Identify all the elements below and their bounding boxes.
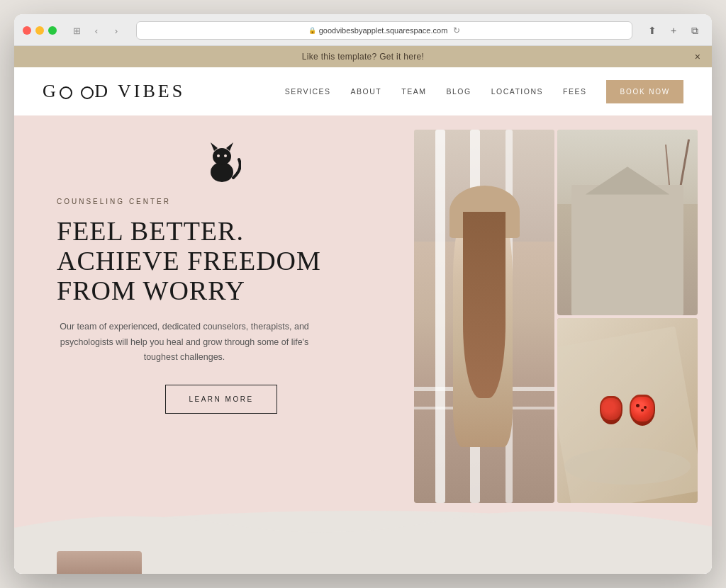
close-window-button[interactable] bbox=[23, 26, 31, 35]
cat-illustration bbox=[202, 137, 241, 188]
announcement-bar: Like this template? Get it here! × bbox=[14, 46, 712, 67]
window-icon[interactable]: ⊞ bbox=[68, 23, 85, 38]
browser-actions: ⬆ + ⧉ bbox=[644, 23, 703, 38]
announcement-text: Like this template? Get it here! bbox=[302, 52, 424, 62]
browser-navigation: ⊞ ‹ › bbox=[68, 23, 125, 38]
traffic-lights bbox=[23, 26, 57, 35]
book-now-button[interactable]: BOOK NOW bbox=[606, 80, 683, 103]
nav-item-about[interactable]: ABOUT bbox=[351, 87, 382, 96]
svg-point-1 bbox=[213, 148, 231, 165]
site-navigation: G D VIBES SERVICES ABOUT TEAM BLOG LOCAT… bbox=[14, 67, 712, 115]
nav-item-services[interactable]: SERVICES bbox=[285, 87, 331, 96]
cat-icon bbox=[202, 137, 241, 185]
hero-section: COUNSELING CENTER FEEL BETTER. ACHIEVE F… bbox=[14, 115, 712, 545]
add-tab-button[interactable]: + bbox=[665, 23, 682, 38]
logo-text: G D VIBES bbox=[43, 81, 185, 101]
site-logo[interactable]: G D VIBES bbox=[43, 81, 185, 102]
hero-photo-top-right bbox=[557, 130, 698, 315]
nav-item-team[interactable]: TEAM bbox=[401, 87, 426, 96]
hero-photo-bottom-right bbox=[557, 318, 698, 504]
svg-point-4 bbox=[217, 154, 220, 157]
svg-point-5 bbox=[224, 154, 227, 157]
hero-headline: FEEL BETTER. ACHIEVE FREEDOM FROM WORRY bbox=[57, 217, 340, 305]
url-bar[interactable]: 🔒 goodvibesbyapplet.squarespace.com ↻ bbox=[136, 21, 632, 40]
bottom-peek-image bbox=[57, 551, 142, 574]
website-content: Like this template? Get it here! × G D V… bbox=[14, 46, 712, 574]
announcement-close-button[interactable]: × bbox=[695, 51, 700, 62]
below-hero-section bbox=[14, 545, 712, 574]
lock-icon: 🔒 bbox=[308, 27, 316, 34]
nav-item-fees[interactable]: FEES bbox=[563, 87, 586, 96]
category-label: COUNSELING CENTER bbox=[57, 198, 386, 205]
url-text: goodvibesbyapplet.squarespace.com bbox=[319, 26, 448, 35]
svg-point-0 bbox=[211, 162, 233, 182]
learn-more-button[interactable]: LEARN MORE bbox=[165, 385, 277, 414]
browser-window: ⊞ ‹ › 🔒 goodvibesbyapplet.squarespace.co… bbox=[14, 14, 712, 574]
hero-body-text: Our team of experienced, dedicated couns… bbox=[57, 320, 312, 365]
hero-photo-main bbox=[414, 130, 554, 503]
nav-links: SERVICES ABOUT TEAM BLOG LOCATIONS FEES … bbox=[285, 80, 683, 103]
share-button[interactable]: ⬆ bbox=[644, 23, 661, 38]
forward-button[interactable]: › bbox=[108, 23, 125, 38]
refresh-icon[interactable]: ↻ bbox=[453, 26, 460, 35]
back-button[interactable]: ‹ bbox=[88, 23, 105, 38]
minimize-window-button[interactable] bbox=[35, 26, 44, 35]
browser-chrome: ⊞ ‹ › 🔒 goodvibesbyapplet.squarespace.co… bbox=[14, 14, 712, 46]
hero-left-content: COUNSELING CENTER FEEL BETTER. ACHIEVE F… bbox=[14, 115, 414, 545]
nav-item-locations[interactable]: LOCATIONS bbox=[491, 87, 543, 96]
hero-photos bbox=[414, 115, 712, 545]
hero-wave bbox=[14, 507, 712, 545]
maximize-window-button[interactable] bbox=[48, 26, 57, 35]
nav-item-blog[interactable]: BLOG bbox=[446, 87, 471, 96]
duplicate-tab-button[interactable]: ⧉ bbox=[686, 23, 703, 38]
